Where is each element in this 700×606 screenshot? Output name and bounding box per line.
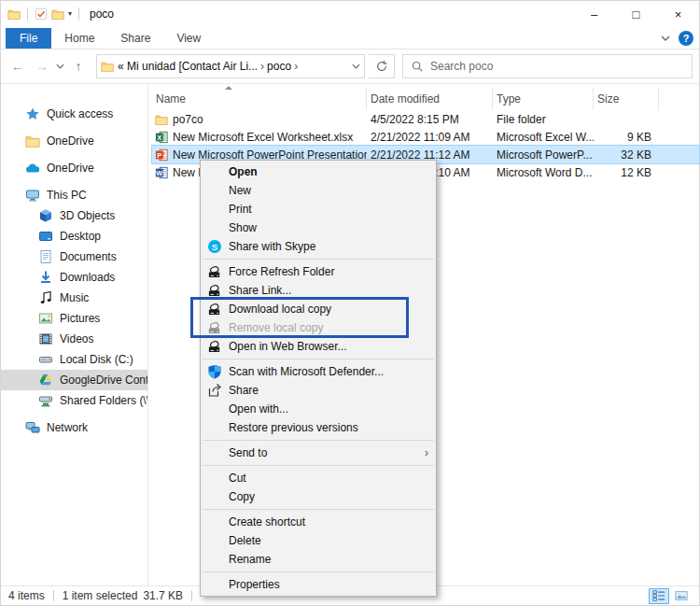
column-header-name[interactable]: Name (152, 88, 367, 110)
sidebar-item-googledrive[interactable]: GoogleDrive Contac (1, 370, 147, 390)
sidebar-item-videos[interactable]: Videos (1, 329, 147, 349)
file-row-excel[interactable]: New Microsoft Excel Worksheet.xlsx 2/21/… (152, 128, 699, 146)
menu-item-share-with-skype[interactable]: Share with Skype (201, 237, 436, 256)
menu-label: Open (229, 165, 258, 178)
sidebar-item-pictures[interactable]: Pictures (1, 308, 147, 329)
menu-item-share[interactable]: Share (201, 381, 436, 400)
download-icon (38, 270, 53, 285)
search-box[interactable]: Search poco (402, 54, 693, 78)
address-dropdown-icon[interactable] (352, 63, 360, 70)
qat-dropdown-icon[interactable]: ▾ (68, 10, 72, 18)
menu-separator (203, 465, 434, 466)
menu-item-delete[interactable]: Delete (201, 531, 436, 550)
tab-share[interactable]: Share (107, 28, 163, 49)
folder-icon[interactable] (51, 7, 64, 21)
powerpoint-icon (155, 148, 168, 162)
column-header-size[interactable]: Size (594, 88, 659, 110)
recent-locations-icon[interactable] (56, 63, 64, 70)
menu-item-restore-previous-versions[interactable]: Restore previous versions (201, 418, 436, 437)
up-icon[interactable]: ↑ (68, 59, 89, 74)
menu-label: Copy (229, 490, 255, 503)
column-header-type[interactable]: Type (493, 88, 594, 110)
menu-label: Open in Web Browser... (229, 340, 347, 353)
menu-item-create-shortcut[interactable]: Create shortcut (201, 513, 436, 531)
forward-icon[interactable]: → (32, 59, 52, 74)
breadcrumb-separator-icon[interactable]: › (258, 60, 267, 73)
file-row-po7co[interactable]: po7co 4/5/2022 8:15 PM File folder (152, 110, 699, 128)
column-label: Date modified (371, 92, 440, 106)
menu-item-scan-with-defender[interactable]: Scan with Microsoft Defender... (201, 362, 436, 381)
menu-item-send-to[interactable]: Send to› (201, 444, 436, 462)
file-date: 4/5/2022 8:15 PM (367, 113, 493, 126)
breadcrumb-segment[interactable]: poco (267, 60, 291, 73)
details-view-button[interactable] (649, 588, 669, 604)
divider (78, 7, 79, 21)
breadcrumb-prefix: « (118, 60, 124, 73)
menu-item-open[interactable]: Open (201, 162, 436, 181)
sidebar-item-label: OneDrive (47, 162, 94, 175)
navigation-pane: Quick access OneDrive OneDrive This PC 3… (1, 84, 148, 587)
window-controls: – □ × (573, 1, 699, 27)
menu-separator (203, 359, 434, 359)
checkbox-icon[interactable] (35, 7, 48, 21)
file-type: File folder (493, 113, 594, 126)
sidebar-item-music[interactable]: Music (1, 288, 147, 308)
help-button[interactable]: ? (679, 31, 693, 46)
star-icon (25, 106, 40, 121)
sidebar-item-local-disk-c[interactable]: Local Disk (C:) (1, 349, 147, 370)
thumbnail-view-button[interactable] (671, 588, 692, 604)
sidebar-item-documents[interactable]: Documents (1, 247, 147, 267)
minimize-button[interactable]: – (573, 1, 615, 27)
tab-file[interactable]: File (6, 28, 51, 49)
sidebar-item-onedrive-folder[interactable]: OneDrive (1, 131, 147, 151)
menu-label: Delete (229, 534, 261, 547)
back-icon[interactable]: ← (7, 59, 28, 74)
tab-home[interactable]: Home (51, 28, 107, 49)
refresh-button[interactable] (369, 54, 395, 78)
collapse-ribbon-icon[interactable] (661, 35, 670, 42)
items-count: 4 items (8, 589, 45, 602)
sidebar-item-this-pc[interactable]: This PC (1, 185, 147, 205)
tab-view[interactable]: View (163, 28, 214, 49)
menu-item-remove-local-copy[interactable]: Remove local copy (201, 318, 436, 337)
column-header-date-modified[interactable]: Date modified (367, 88, 493, 110)
menu-label: Create shortcut (229, 515, 305, 528)
breadcrumb-separator-icon[interactable]: › (291, 60, 301, 73)
sidebar-item-downloads[interactable]: Downloads (1, 267, 147, 288)
video-icon (38, 331, 53, 346)
file-explorer-window: ▾ poco – □ × File Home Share View ? ← → … (0, 0, 700, 606)
menu-item-cut[interactable]: Cut (201, 469, 436, 487)
sidebar-item-label: Quick access (47, 107, 113, 120)
menu-item-share-link[interactable]: Share Link... (201, 281, 436, 300)
breadcrumb[interactable]: « Mi unidad [Contact Air Li...›poco› (118, 60, 301, 73)
sidebar-item-label: Desktop (60, 230, 101, 243)
menu-item-force-refresh-folder[interactable]: Force Refresh Folder (201, 262, 436, 281)
menu-item-new[interactable]: New (201, 181, 436, 200)
maximize-button[interactable]: □ (615, 1, 657, 27)
sidebar-item-3d-objects[interactable]: 3D Objects (1, 205, 147, 226)
sidebar-item-quick-access[interactable]: Quick access (1, 104, 147, 124)
file-type: Microsoft PowerP... (493, 148, 594, 162)
menu-item-print[interactable]: Print (201, 200, 436, 218)
menu-item-properties[interactable]: Properties (201, 575, 436, 594)
menu-item-copy[interactable]: Copy (201, 487, 436, 506)
menu-label: Scan with Microsoft Defender... (229, 365, 384, 378)
menu-item-show[interactable]: Show (201, 218, 436, 237)
sidebar-item-desktop[interactable]: Desktop (1, 226, 147, 247)
refresh-icon (375, 60, 388, 73)
menu-item-open-with[interactable]: Open with... (201, 400, 436, 418)
sidebar-item-shared-folders[interactable]: Shared Folders (\\vr (1, 390, 147, 411)
menu-item-rename[interactable]: Rename (201, 550, 436, 569)
picture-icon (38, 311, 53, 326)
close-button[interactable]: × (657, 1, 699, 27)
breadcrumb-segment[interactable]: Mi unidad [Contact Air Li... (127, 60, 258, 73)
file-size: 9 KB (594, 131, 659, 144)
menu-label: Send to (229, 446, 267, 459)
sidebar-item-network[interactable]: Network (1, 417, 147, 438)
sidebar-item-onedrive[interactable]: OneDrive (1, 158, 147, 178)
window-title: poco (90, 7, 114, 21)
menu-item-download-local-copy[interactable]: Download local copy (201, 300, 436, 318)
address-bar[interactable]: « Mi unidad [Contact Air Li...›poco› (96, 54, 365, 78)
pc-icon (25, 188, 40, 203)
menu-item-open-in-web-browser[interactable]: Open in Web Browser... (201, 337, 436, 356)
